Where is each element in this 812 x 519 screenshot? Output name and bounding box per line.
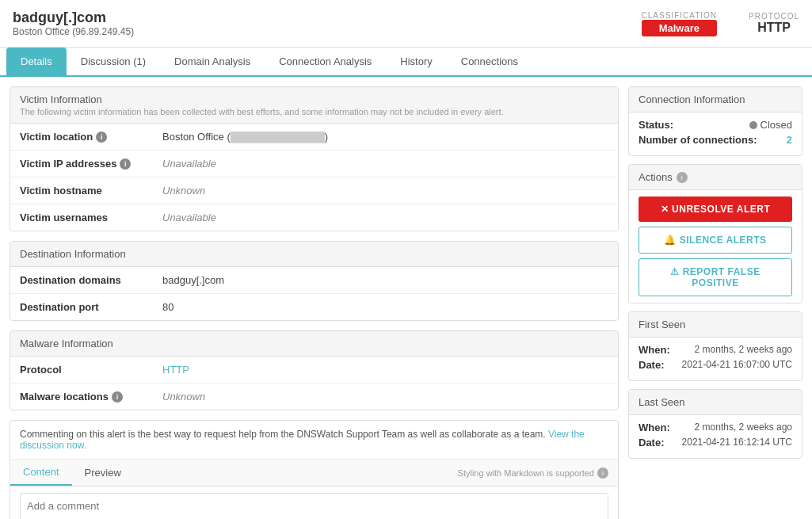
victim-ip-icon[interactable]: i <box>120 158 131 170</box>
comment-tab-bar: Content Preview Styling with Markdown is… <box>10 460 618 487</box>
comment-textarea[interactable] <box>20 493 608 519</box>
victim-usernames-value: Unavailable <box>162 212 608 223</box>
malware-protocol-label: Protocol <box>20 364 162 376</box>
actions-body: ✕ UNRESOLVE ALERT 🔔 SILENCE ALERTS ⚠ REP… <box>629 190 802 303</box>
tab-discussion[interactable]: Discussion (1) <box>67 48 160 75</box>
unresolve-label: ✕ UNRESOLVE ALERT <box>661 204 771 215</box>
victim-hostname-row: Victim hostname Unknown <box>10 177 618 204</box>
first-seen-when-value: 2 months, 2 weeks ago <box>695 344 792 356</box>
malware-locations-label: Malware locations i <box>20 391 162 403</box>
page-wrapper: badguy[.]com Boston Office (96.89.249.45… <box>0 0 812 519</box>
header-right: CLASSIFICATION Malware PROTOCOL HTTP <box>642 11 799 36</box>
last-seen-header: Last Seen <box>629 390 802 415</box>
comment-intro-text: Commenting on this alert is the best way… <box>10 421 618 460</box>
destination-domains-label: Destination domains <box>20 274 162 286</box>
victim-location-icon[interactable]: i <box>96 132 107 143</box>
destination-port-value: 80 <box>162 301 608 313</box>
malware-title: Malware Information <box>20 338 608 349</box>
header-left: badguy[.]com Boston Office (96.89.249.45… <box>13 10 134 37</box>
malware-section-header: Malware Information <box>10 331 618 357</box>
silence-alerts-button[interactable]: 🔔 SILENCE ALERTS <box>639 227 792 254</box>
connections-count-row: Number of connections: 2 <box>639 134 792 146</box>
markdown-info-icon[interactable]: i <box>597 467 608 479</box>
victim-ip-label: Victim IP addresses i <box>20 158 162 170</box>
first-seen-when-label: When: <box>639 344 670 356</box>
right-panel: Connection Information Status: Closed Nu… <box>628 86 802 519</box>
victim-usernames-row: Victim usernames Unavailable <box>10 204 618 231</box>
comment-tab-group: Content Preview <box>10 460 134 486</box>
classification-meta: CLASSIFICATION Malware <box>642 11 718 36</box>
victim-hostname-label: Victim hostname <box>20 185 162 197</box>
status-row: Status: Closed <box>639 119 792 131</box>
actions-card: Actions i ✕ UNRESOLVE ALERT 🔔 SILENCE AL… <box>628 164 802 303</box>
first-seen-title: First Seen <box>639 319 685 330</box>
last-seen-card: Last Seen When: 2 months, 2 weeks ago Da… <box>628 389 802 459</box>
actions-info-icon[interactable]: i <box>677 172 688 183</box>
silence-label: 🔔 SILENCE ALERTS <box>664 235 766 246</box>
tab-domain-analysis[interactable]: Domain Analysis <box>160 48 265 75</box>
report-false-positive-button[interactable]: ⚠ REPORT FALSE POSITIVE <box>639 258 792 296</box>
malware-protocol-value[interactable]: HTTP <box>162 364 608 376</box>
status-label: Status: <box>639 119 673 131</box>
victim-subtitle: The following victim information has bee… <box>20 107 608 116</box>
last-seen-when-value: 2 months, 2 weeks ago <box>695 422 792 433</box>
view-discussion-link[interactable]: View the discussion now. <box>20 429 585 451</box>
unresolve-button[interactable]: ✕ UNRESOLVE ALERT <box>639 197 792 222</box>
victim-section: Victim Information The following victim … <box>10 86 619 231</box>
destination-port-label: Destination port <box>20 301 162 313</box>
actions-title: Actions <box>639 171 673 183</box>
tab-bar: Details Discussion (1) Domain Analysis C… <box>0 48 812 77</box>
connection-info-title: Connection Information <box>639 93 745 105</box>
first-seen-date-value: 2021-04-21 16:07:00 UTC <box>682 359 792 371</box>
protocol-label: PROTOCOL <box>749 12 799 21</box>
victim-title: Victim Information <box>20 93 608 105</box>
destination-domains-value: badguy[.]com <box>162 274 608 286</box>
last-seen-date-value: 2021-04-21 16:12:14 UTC <box>682 437 792 448</box>
connections-value: 2 <box>787 134 792 146</box>
actions-header: Actions i <box>629 165 802 190</box>
connections-label: Number of connections: <box>639 134 757 146</box>
markdown-text: Styling with Markdown is supported <box>458 468 594 478</box>
status-dot-icon <box>749 121 757 129</box>
destination-section: Destination Information Destination doma… <box>10 241 619 321</box>
report-label: ⚠ REPORT FALSE POSITIVE <box>646 266 784 288</box>
connection-info-header: Connection Information <box>629 87 802 113</box>
site-name: badguy[.]com <box>13 10 134 26</box>
connection-info-card: Connection Information Status: Closed Nu… <box>628 86 802 156</box>
destination-port-row: Destination port 80 <box>10 294 618 320</box>
last-seen-when-label: When: <box>639 422 670 433</box>
last-seen-date-row: Date: 2021-04-21 16:12:14 UTC <box>639 437 792 448</box>
destination-title: Destination Information <box>20 248 608 260</box>
destination-section-header: Destination Information <box>10 242 618 267</box>
first-seen-date-row: Date: 2021-04-21 16:07:00 UTC <box>639 359 792 371</box>
comment-tab-preview[interactable]: Preview <box>72 460 134 486</box>
victim-usernames-label: Victim usernames <box>20 212 162 223</box>
victim-hostname-value: Unknown <box>162 185 608 197</box>
classification-label: CLASSIFICATION <box>642 11 718 20</box>
victim-section-header: Victim Information The following victim … <box>10 87 618 124</box>
malware-protocol-row: Protocol HTTP <box>10 357 618 384</box>
victim-ip-value: Unavailable <box>162 158 608 170</box>
connection-info-body: Status: Closed Number of connections: 2 <box>629 113 802 155</box>
malware-section: Malware Information Protocol HTTP Malwar… <box>10 330 619 410</box>
left-panel: Victim Information The following victim … <box>10 86 619 519</box>
blurred-ip: ██████████████ <box>231 132 325 143</box>
first-seen-card: First Seen When: 2 months, 2 weeks ago D… <box>628 311 802 381</box>
first-seen-body: When: 2 months, 2 weeks ago Date: 2021-0… <box>629 338 802 380</box>
protocol-meta: PROTOCOL HTTP <box>749 12 799 35</box>
malware-locations-icon[interactable]: i <box>112 391 123 403</box>
tab-history[interactable]: History <box>386 48 446 75</box>
page-header: badguy[.]com Boston Office (96.89.249.45… <box>0 0 812 48</box>
tab-details[interactable]: Details <box>6 48 67 75</box>
markdown-note: Styling with Markdown is supported i <box>458 467 618 479</box>
tab-connection-analysis[interactable]: Connection Analysis <box>265 48 386 75</box>
last-seen-title: Last Seen <box>639 396 685 408</box>
classification-badge: Malware <box>642 20 718 36</box>
comment-tab-content[interactable]: Content <box>10 460 72 486</box>
comment-section: Commenting on this alert is the best way… <box>10 420 619 519</box>
tab-connections[interactable]: Connections <box>447 48 532 75</box>
last-seen-when-row: When: 2 months, 2 weeks ago <box>639 422 792 433</box>
victim-location-label: Victim location i <box>20 131 162 143</box>
destination-domains-row: Destination domains badguy[.]com <box>10 267 618 294</box>
victim-location-row: Victim location i Boston Office (███████… <box>10 124 618 151</box>
